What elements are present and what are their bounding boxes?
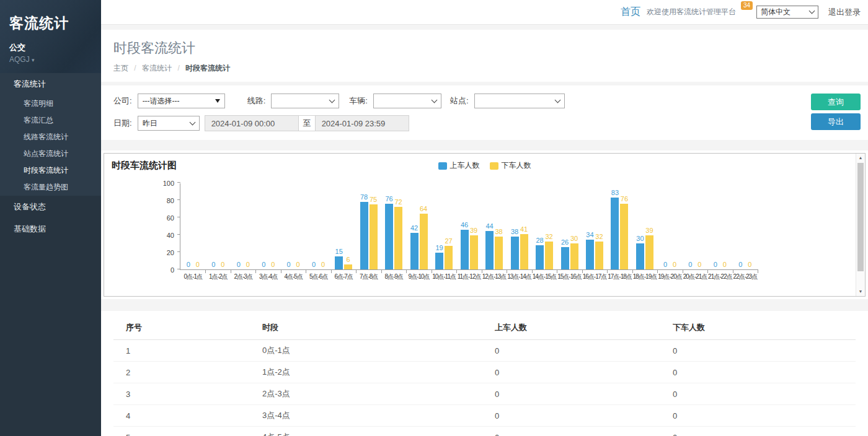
- bar-value-label: 0: [688, 261, 692, 268]
- sidebar-item-station-stats[interactable]: 站点客流统计: [0, 146, 101, 162]
- breadcrumb-home[interactable]: 主页: [113, 64, 128, 72]
- line-select[interactable]: [271, 94, 339, 108]
- sidebar-item-passenger-stats[interactable]: 客流统计: [0, 73, 101, 95]
- bar: 44: [485, 231, 494, 269]
- bar-group: 384113点-14点: [507, 183, 531, 269]
- bar-group: 001点-2点: [205, 183, 230, 269]
- table-row: 10点-1点00: [113, 340, 856, 362]
- table-cell: 3: [113, 383, 262, 405]
- x-axis-label: 0点-1点: [184, 272, 202, 281]
- table-cell: 0: [495, 362, 673, 383]
- y-axis-tick-label: 20: [152, 249, 174, 256]
- x-axis-label: 14点-15点: [533, 272, 557, 281]
- table-cell: 0: [495, 340, 673, 362]
- table-cell: 0: [495, 405, 673, 427]
- x-axis-label: 17点-18点: [608, 272, 632, 281]
- notification-badge[interactable]: 34: [741, 1, 753, 10]
- sidebar-item-period-stats[interactable]: 时段客流统计: [0, 162, 101, 179]
- bar-value-label: 0: [246, 261, 250, 268]
- bar-value-label: 0: [237, 261, 241, 268]
- bar-chart: 020406080100 000点-1点001点-2点002点-3点003点-4…: [180, 183, 758, 270]
- col-index: 序号: [113, 313, 262, 340]
- station-select[interactable]: [474, 94, 565, 108]
- date-to-input[interactable]: 2024-01-09 23:59: [316, 116, 409, 131]
- logout-link[interactable]: 退出登录: [828, 7, 861, 18]
- bar-value-label: 44: [485, 222, 493, 230]
- bar-group: 0021点-22点: [707, 183, 732, 269]
- company-select[interactable]: ---请选择---: [138, 94, 225, 108]
- col-period: 时段: [262, 313, 495, 340]
- language-select[interactable]: 简体中文: [756, 6, 818, 19]
- chart-scrollbar[interactable]: ▲ ▼: [856, 154, 865, 296]
- query-button[interactable]: 查询: [811, 94, 861, 110]
- vehicle-select[interactable]: [373, 94, 441, 108]
- legend-item[interactable]: 下车人数: [490, 160, 531, 171]
- bar: 42: [410, 233, 418, 269]
- bar: 41: [520, 234, 528, 269]
- bar-group: 005点-6点: [306, 183, 330, 269]
- scrollbar-down-icon[interactable]: ▼: [856, 287, 865, 296]
- org-selector[interactable]: AQGJ ▾: [9, 55, 101, 64]
- breadcrumb-passenger-stats[interactable]: 客流统计: [142, 64, 172, 72]
- table-cell: 5: [113, 427, 262, 436]
- bar-value-label: 46: [461, 221, 468, 229]
- bar-value-label: 0: [211, 261, 215, 268]
- bar-value-label: 0: [663, 261, 667, 268]
- sidebar-item-passenger-summary[interactable]: 客流汇总: [0, 112, 101, 129]
- x-axis-label: 2点-3点: [234, 272, 252, 281]
- bar-group: 76728点-9点: [381, 183, 406, 269]
- sidebar-item-device-status[interactable]: 设备状态: [0, 196, 101, 218]
- table-cell: 4: [113, 405, 262, 427]
- bar-value-label: 15: [335, 248, 343, 255]
- bar-group: 283214点-15点: [532, 183, 557, 269]
- sidebar-item-trend-chart[interactable]: 客流量趋势图: [0, 179, 101, 196]
- x-axis-label: 9点-10点: [409, 272, 430, 281]
- export-button[interactable]: 导出: [811, 113, 861, 130]
- date-preset-select[interactable]: 昨日: [138, 116, 200, 131]
- bar-value-label: 0: [714, 261, 717, 268]
- x-axis-label: 21点-22点: [708, 272, 732, 281]
- x-axis-label: 4点-5点: [284, 272, 302, 281]
- bar-value-label: 32: [545, 233, 552, 240]
- bar-group: 42649点-10点: [406, 183, 431, 269]
- bar: 28: [536, 245, 544, 269]
- sidebar-item-passenger-detail[interactable]: 客流明细: [0, 95, 101, 112]
- bar-group: 0019点-20点: [657, 183, 682, 269]
- y-axis-tick-label: 40: [152, 232, 174, 239]
- bar-group: 000点-1点: [180, 183, 205, 269]
- date-from-input[interactable]: 2024-01-09 00:00: [205, 116, 298, 131]
- table-cell: 4点-5点: [262, 427, 495, 436]
- x-axis-label: 5点-6点: [309, 272, 327, 281]
- bar: 32: [545, 242, 553, 269]
- table-cell: 1: [113, 340, 262, 362]
- legend-item[interactable]: 上车人数: [438, 160, 480, 171]
- bar-value-label: 38: [511, 228, 518, 235]
- bar-group: 0022点-23点: [733, 183, 758, 269]
- chart-panel: 时段车流统计图 上车人数下车人数 020406080100 000点-1点001…: [101, 150, 868, 299]
- table-header-row: 序号 时段 上车人数 下车人数: [113, 313, 856, 340]
- sidebar-item-base-data[interactable]: 基础数据: [0, 218, 101, 240]
- bar: 78: [360, 202, 368, 269]
- scrollbar-up-icon[interactable]: ▲: [856, 154, 865, 162]
- bar-value-label: 0: [698, 261, 701, 268]
- bar-group: 78757点-8点: [356, 183, 381, 269]
- scrollbar-thumb[interactable]: [857, 163, 864, 271]
- table-body: 10点-1点0021点-2点0032点-3点0043点-4点0054点-5点00…: [113, 340, 856, 436]
- x-axis-label: 3点-4点: [259, 272, 277, 281]
- breadcrumb: 主页 / 客流统计 / 时段客流统计: [113, 63, 856, 74]
- bar-value-label: 34: [586, 231, 593, 238]
- bar-group: 343216点-17点: [582, 183, 607, 269]
- sidebar-item-line-stats[interactable]: 线路客流统计: [0, 129, 101, 146]
- top-navbar: 首页 欢迎使用客流统计管理平台 34 简体中文 退出登录: [101, 0, 868, 25]
- app-logo-block: 客流统计 公交 AQGJ ▾: [0, 0, 101, 73]
- bar-value-label: 38: [495, 228, 502, 235]
- home-link[interactable]: 首页: [621, 6, 640, 19]
- bar-group: 443812点-13点: [482, 183, 507, 269]
- bar-group: 837617点-18点: [607, 183, 632, 269]
- y-axis-tick-label: 60: [152, 214, 174, 222]
- line-label: 线路:: [247, 95, 266, 107]
- table-cell: 0点-1点: [262, 340, 495, 362]
- bar-value-label: 64: [420, 205, 427, 212]
- app-title: 客流统计: [9, 14, 101, 33]
- bar-value-label: 0: [187, 261, 190, 268]
